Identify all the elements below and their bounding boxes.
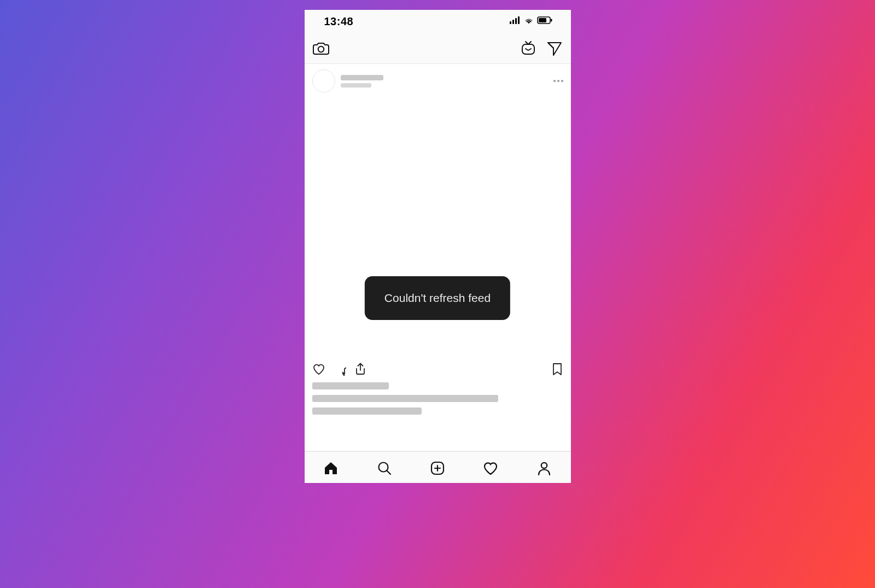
bottom-nav <box>305 451 571 483</box>
phone-frame: 13:48 <box>305 10 571 483</box>
send-icon <box>546 40 563 56</box>
camera-button[interactable] <box>312 39 330 57</box>
nav-add-button[interactable] <box>428 459 447 478</box>
svg-point-15 <box>541 463 547 468</box>
svg-rect-0 <box>510 21 511 24</box>
nav-activity-button[interactable] <box>481 459 500 478</box>
heart-icon <box>482 460 499 476</box>
post-caption-placeholder <box>305 379 571 421</box>
gradient-background: 13:48 <box>0 0 875 588</box>
share-button[interactable] <box>354 363 367 376</box>
svg-rect-6 <box>551 19 552 22</box>
share-icon <box>354 363 366 376</box>
comment-button[interactable] <box>333 363 346 376</box>
svg-line-9 <box>548 43 553 48</box>
heart-icon <box>312 363 325 376</box>
nav-home-button[interactable] <box>322 459 340 478</box>
post-action-bar <box>305 358 571 379</box>
error-toast-text: Couldn't refresh feed <box>384 292 491 304</box>
svg-rect-8 <box>522 44 534 54</box>
svg-rect-5 <box>539 18 546 22</box>
like-button[interactable] <box>312 363 325 376</box>
nav-profile-button[interactable] <box>535 459 553 478</box>
svg-rect-2 <box>515 18 517 24</box>
igtv-button[interactable] <box>520 39 537 57</box>
error-toast: Couldn't refresh feed <box>365 276 510 320</box>
nav-search-button[interactable] <box>375 459 394 478</box>
wifi-icon <box>524 16 534 26</box>
status-bar: 13:48 <box>305 10 571 33</box>
bookmark-icon <box>552 363 563 376</box>
messages-button[interactable] <box>546 39 563 57</box>
cellular-signal-icon <box>510 16 521 26</box>
home-icon <box>323 460 339 476</box>
svg-point-7 <box>318 46 323 52</box>
speech-bubble-icon <box>333 363 346 376</box>
post-more-button[interactable] <box>553 80 563 82</box>
app-top-bar <box>305 33 571 64</box>
more-icon <box>553 80 563 82</box>
svg-rect-3 <box>518 16 520 24</box>
post-username-placeholder <box>341 75 383 88</box>
profile-icon <box>536 460 552 476</box>
camera-icon <box>313 40 329 56</box>
add-post-icon <box>429 460 446 476</box>
post-header <box>305 64 571 96</box>
feed[interactable]: Couldn't refresh feed <box>305 64 571 451</box>
igtv-icon <box>520 40 536 56</box>
svg-rect-1 <box>512 20 514 24</box>
search-icon <box>376 460 393 476</box>
svg-line-11 <box>387 471 390 475</box>
post-avatar-placeholder[interactable] <box>312 69 335 92</box>
status-time: 13:48 <box>324 15 354 28</box>
battery-icon <box>537 16 552 26</box>
save-button[interactable] <box>551 363 563 376</box>
